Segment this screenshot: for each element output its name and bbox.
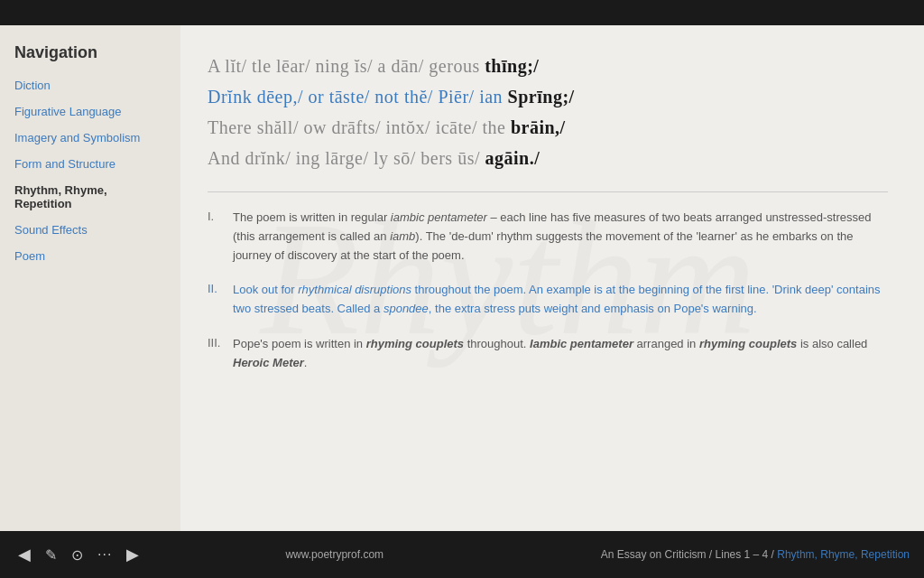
sidebar-title: Navigation [14,43,166,62]
content-area: A lĭt/ tle lēar/ ning ĭs/ a dān/ gerous … [180,25,924,531]
top-bar [0,0,924,25]
stressed-word-3: brāin,/ [511,117,566,137]
note-item-1: I. The poem is written in regular iambic… [208,209,888,265]
bottom-breadcrumb: An Essay on Criticism / Lines 1 – 4 / Rh… [526,548,910,561]
note-number-1: I. [208,209,233,223]
sidebar-item-figurative-language[interactable]: Figurative Language [14,105,166,118]
poem-line-4: And drĭnk/ ing lārge/ ly sō/ bers ūs/ ag… [208,143,888,173]
stressed-word-1: thīng;/ [485,56,539,76]
section-divider [208,191,888,192]
bottom-controls: ◀ ✎ ⊙ ··· ▶ [14,543,143,566]
note-number-2: II. [208,281,233,295]
circle-button[interactable]: ⊙ [68,545,87,565]
sidebar: Navigation Diction Figurative Language I… [0,25,180,531]
poem-section: A lĭt/ tle lēar/ ning ĭs/ a dān/ gerous … [208,51,888,173]
sidebar-item-imagery-symbolism[interactable]: Imagery and Symbolism [14,131,166,144]
stressed-word-4: agāin./ [485,148,541,168]
poem-line-3: There shăll/ ow drāfts/ intŏx/ icāte/ th… [208,112,888,143]
note-number-3: III. [208,335,233,350]
bottom-bar: ◀ ✎ ⊙ ··· ▶ www.poetryprof.com An Essay … [0,531,924,578]
bottom-website: www.poetryprof.com [143,548,526,561]
notes-section: I. The poem is written in regular iambic… [208,209,888,373]
sidebar-item-sound-effects[interactable]: Sound Effects [14,223,166,237]
poem-line-2: Drĭnk dēep,/ or tāste/ not thĕ/ Piēr/ ia… [208,81,888,112]
breadcrumb-accent: Rhythm, Rhyme, Repetition [777,548,910,561]
note-item-3: III. Pope's poem is written in rhyming c… [208,335,888,373]
stressed-word-2: Sprīng;/ [508,87,575,107]
edit-button[interactable]: ✎ [42,545,60,565]
breadcrumb-prefix: An Essay on Criticism / Lines 1 – 4 / [601,548,777,561]
sidebar-item-diction[interactable]: Diction [14,79,166,92]
sidebar-item-form-structure[interactable]: Form and Structure [14,157,166,171]
note-text-1: The poem is written in regular iambic pe… [233,209,888,265]
note-text-3: Pope's poem is written in rhyming couple… [233,335,888,373]
sidebar-item-poem[interactable]: Poem [14,249,166,263]
poem-line-1: A lĭt/ tle lēar/ ning ĭs/ a dān/ gerous … [208,51,888,81]
note-item-2: II. Look out for rhythmical disruptions … [208,281,888,319]
dots-button[interactable]: ··· [94,545,116,564]
prev-button[interactable]: ◀ [14,543,34,566]
next-button[interactable]: ▶ [123,543,143,566]
main-area: Rhythm Navigation Diction Figurative Lan… [0,25,924,531]
sidebar-item-rhythm-rhyme: Rhythm, Rhyme, Repetition [14,183,166,210]
note-text-2: Look out for rhythmical disruptions thro… [233,281,888,319]
